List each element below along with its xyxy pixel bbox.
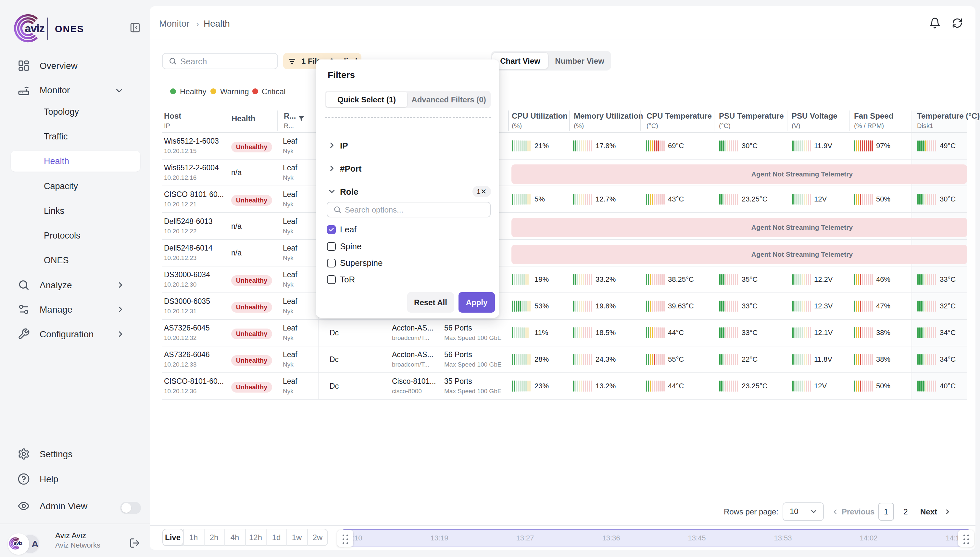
svg-text:aviz: aviz	[25, 22, 44, 34]
svg-text:aviz: aviz	[14, 541, 23, 546]
